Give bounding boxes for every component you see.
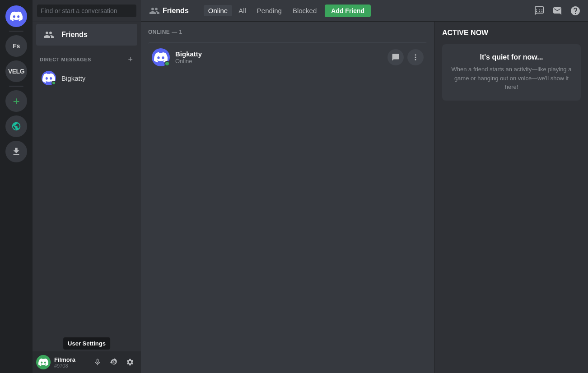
server-sidebar: Fs VELG + <box>0 0 33 373</box>
more-options-button[interactable] <box>407 49 424 65</box>
dm-username-bigkatty: Bigkatty <box>61 74 85 82</box>
inbox-button[interactable] <box>552 5 563 16</box>
tab-blocked[interactable]: Blocked <box>288 5 321 16</box>
friend-online-dot <box>164 61 170 66</box>
search-input[interactable] <box>37 5 136 17</box>
friend-status: Online <box>175 58 387 64</box>
search-bar-container <box>33 0 141 22</box>
user-panel-name: Filmora <box>54 356 87 363</box>
user-panel-tag: #9708 <box>54 363 87 368</box>
svg-point-1 <box>415 57 416 58</box>
top-nav: Friends Online All Pending Blocked Add F… <box>141 0 588 22</box>
server-icon-velg[interactable]: VELG <box>5 60 27 82</box>
server-icon-fs[interactable]: Fs <box>5 35 27 57</box>
add-dm-button[interactable]: + <box>127 55 134 64</box>
dm-sidebar: Friends DIRECT MESSAGES + Bigkatty User … <box>33 0 141 373</box>
nav-divider <box>198 5 198 16</box>
user-panel-actions <box>90 355 137 369</box>
friends-label: Friends <box>61 31 88 39</box>
nav-right-icons <box>534 5 581 16</box>
friends-nav-icon <box>148 5 161 17</box>
svg-point-0 <box>415 54 416 55</box>
friends-content: ONLINE — 1 Bigkatty Online <box>141 22 434 373</box>
svg-point-2 <box>415 59 416 60</box>
dm-avatar-bigkatty <box>42 71 56 85</box>
friend-info-bigkatty: Bigkatty Online <box>175 50 387 64</box>
tab-pending[interactable]: Pending <box>252 5 286 16</box>
user-settings-tooltip: User Settings <box>63 337 110 350</box>
message-friend-button[interactable] <box>387 49 404 65</box>
quiet-desc: When a friend starts an activity—like pl… <box>449 65 574 92</box>
plus-icon: + <box>13 94 19 108</box>
friend-row-bigkatty[interactable]: Bigkatty Online <box>148 42 427 72</box>
friends-nav-item[interactable]: Friends <box>36 24 137 46</box>
add-server-button[interactable]: + <box>5 90 27 112</box>
tab-all[interactable]: All <box>234 5 251 16</box>
user-info: Filmora #9708 <box>54 356 87 368</box>
mute-button[interactable] <box>90 355 105 369</box>
settings-button[interactable] <box>123 355 137 369</box>
friend-avatar-bigkatty <box>152 48 170 66</box>
server-divider <box>9 31 23 32</box>
online-header: ONLINE — 1 <box>148 29 427 35</box>
help-button[interactable] <box>570 5 581 16</box>
quiet-title: It's quiet for now... <box>449 53 574 61</box>
direct-messages-label: DIRECT MESSAGES <box>40 57 91 62</box>
friends-icon <box>42 28 56 42</box>
active-now-title: ACTIVE NOW <box>442 29 581 37</box>
direct-messages-section: DIRECT MESSAGES + <box>33 47 141 66</box>
user-avatar <box>36 355 51 369</box>
main-content: Friends Online All Pending Blocked Add F… <box>141 0 588 373</box>
online-indicator <box>51 81 56 85</box>
quiet-box: It's quiet for now... When a friend star… <box>442 44 581 101</box>
download-button[interactable] <box>5 141 27 162</box>
user-panel: User Settings Filmora #9708 <box>33 351 141 373</box>
deafen-button[interactable] <box>107 355 121 369</box>
server-divider-2 <box>9 86 23 87</box>
discord-home-button[interactable] <box>5 5 27 27</box>
new-group-dm-button[interactable] <box>534 5 545 16</box>
nav-friends-label: Friends <box>163 7 189 15</box>
explore-button[interactable] <box>5 115 27 137</box>
add-friend-button[interactable]: Add Friend <box>325 5 371 17</box>
friend-name: Bigkatty <box>175 50 387 58</box>
dm-user-bigkatty[interactable]: Bigkatty <box>36 67 137 89</box>
active-now-panel: ACTIVE NOW It's quiet for now... When a … <box>434 22 588 373</box>
tab-online[interactable]: Online <box>204 5 232 16</box>
friend-actions <box>387 49 424 65</box>
